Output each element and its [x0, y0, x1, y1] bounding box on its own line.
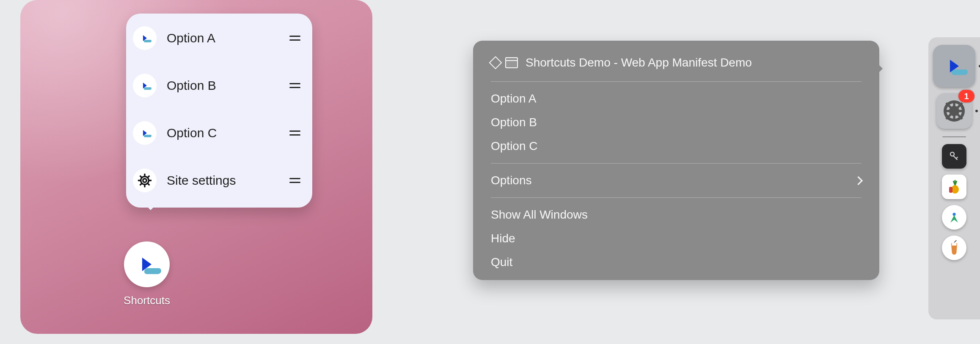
dock-app-keychain[interactable]: [942, 144, 966, 169]
dock-app-handbrake[interactable]: [942, 175, 966, 199]
shortcut-label: Option C: [167, 126, 289, 140]
menu-item-label: Options: [491, 174, 532, 187]
pineapple-drink-icon: [946, 178, 963, 195]
dock-app-system-settings[interactable]: 1: [936, 93, 972, 129]
shortcut-label: Option B: [167, 78, 289, 93]
window-icon: [505, 57, 518, 68]
shortcut-item-option-a[interactable]: Option A: [126, 18, 312, 61]
svg-point-8: [141, 177, 149, 185]
svg-point-9: [143, 179, 147, 183]
shortcut-label: Option A: [167, 31, 289, 45]
menu-item-label: Hide: [491, 232, 515, 245]
dock-app-iterm[interactable]: [942, 236, 966, 260]
svg-line-21: [954, 240, 956, 242]
running-indicator-icon: [975, 110, 978, 112]
menu-item-hide[interactable]: Hide: [473, 227, 879, 250]
android-home-screen: Option A Option B Option C: [20, 0, 372, 334]
compass-icon: [947, 210, 962, 225]
menu-title: Shortcuts Demo - Web App Manifest Demo: [526, 56, 752, 69]
app-launcher-label: Shortcuts: [109, 294, 184, 307]
chevron-right-icon: [854, 176, 863, 185]
svg-rect-2: [138, 180, 140, 181]
shortcuts-icon: [142, 258, 151, 271]
menu-item-show-all-windows[interactable]: Show All Windows: [473, 203, 879, 227]
menu-item-label: Option C: [491, 139, 538, 153]
svg-rect-3: [149, 180, 151, 181]
drag-handle-icon[interactable]: [289, 80, 300, 91]
dock-divider: [942, 136, 966, 137]
svg-rect-0: [144, 174, 145, 176]
shortcut-item-option-b[interactable]: Option B: [126, 61, 312, 108]
drag-handle-icon[interactable]: [289, 128, 300, 139]
menu-separator: [491, 163, 862, 164]
svg-rect-20: [952, 243, 957, 245]
menu-separator: [491, 197, 862, 198]
shortcuts-icon: [133, 26, 157, 50]
app-launcher-icon[interactable]: [124, 241, 170, 287]
shortcuts-icon: [133, 121, 157, 145]
menu-item-option-c[interactable]: Option C: [473, 134, 879, 158]
macos-dock: 1: [928, 37, 980, 319]
gear-icon: [943, 100, 966, 122]
menu-item-label: Option B: [491, 116, 537, 129]
notification-badge: 1: [958, 90, 974, 103]
menu-item-label: Quit: [491, 255, 512, 269]
keys-icon: [948, 150, 961, 163]
svg-rect-1: [144, 185, 145, 187]
gear-icon: [133, 169, 157, 192]
menu-separator: [491, 81, 862, 82]
drag-handle-icon[interactable]: [289, 33, 300, 44]
menu-item-options[interactable]: Options: [473, 169, 879, 192]
drag-handle-icon[interactable]: [289, 175, 300, 186]
menu-title-row[interactable]: Shortcuts Demo - Web App Manifest Demo: [473, 49, 879, 76]
macos-dock-context-menu: Shortcuts Demo - Web App Manifest Demo O…: [473, 41, 879, 280]
shortcuts-icon: [133, 74, 157, 97]
drink-icon: [947, 240, 962, 255]
shortcut-item-site-settings[interactable]: Site settings: [126, 156, 312, 203]
dock-app-android-studio[interactable]: [942, 205, 966, 230]
android-shortcut-popup: Option A Option B Option C: [126, 14, 312, 208]
menu-item-option-a[interactable]: Option A: [473, 87, 879, 111]
diamond-icon: [489, 56, 502, 69]
shortcut-label: Site settings: [167, 173, 289, 188]
svg-rect-18: [949, 187, 952, 193]
shortcuts-icon: [950, 60, 959, 72]
menu-item-quit[interactable]: Quit: [473, 250, 879, 274]
menu-item-option-b[interactable]: Option B: [473, 111, 879, 134]
menu-item-label: Option A: [491, 92, 536, 105]
dock-app-shortcuts-demo[interactable]: [933, 45, 975, 87]
menu-item-label: Show All Windows: [491, 208, 588, 222]
shortcut-item-option-c[interactable]: Option C: [126, 108, 312, 156]
